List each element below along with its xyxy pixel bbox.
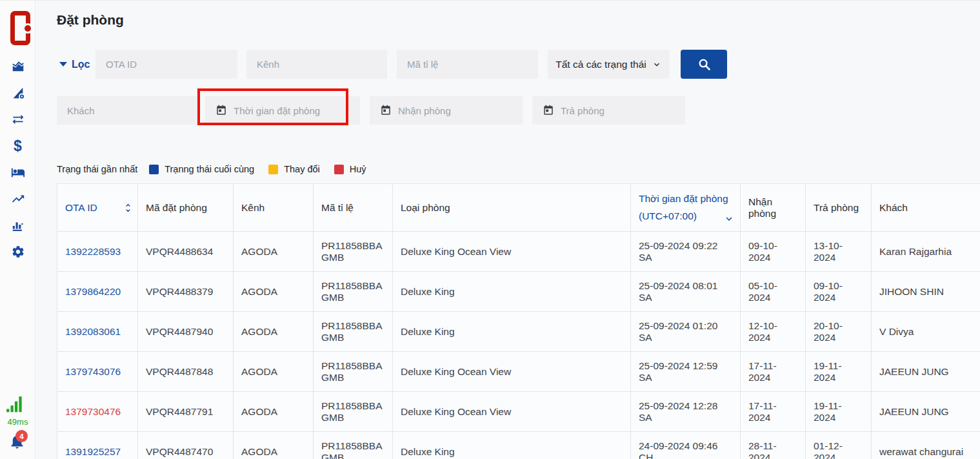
cell-channel: AGODA [234,352,314,392]
column-label: Trả phòng [814,202,859,213]
sidebar-item-finance[interactable]: $ [11,139,25,153]
guest-input[interactable]: Khách [57,96,199,125]
column-label: Loại phòng [401,202,450,213]
rate-code-input[interactable]: Mã tỉ lệ [397,50,538,79]
cell-channel: AGODA [234,432,314,459]
bar-chart-icon [11,218,25,232]
channel-input[interactable]: Kênh [246,50,387,79]
ota-id-link[interactable]: 1392083061 [65,326,121,337]
column-header-guest: Khách [872,184,980,232]
column-header-booked_at[interactable]: Thời gian đặt phòng(UTC+07:00) [631,184,741,232]
cell-guest: JAEEUN JUNG [872,352,980,392]
cell-ota_id: 1379743076 [57,352,138,392]
column-label: Thời gian đặt phòng [639,193,728,204]
booking-time-filter[interactable]: Thời gian đặt phòng [205,96,360,125]
rate-settings-icon [11,86,25,100]
sidebar-item-rooms[interactable] [11,165,25,179]
cell-check_out: 20-10-2024 [806,312,872,352]
legend-swatch-change [268,165,278,174]
area-chart-icon [11,59,25,74]
cell-check_in: 17-11-2024 [741,392,806,432]
ota-id-link[interactable]: 1379864220 [65,286,121,297]
cell-booking_code: VPQR4487470 [138,432,234,459]
cell-guest: JAEEUN JUNG [872,392,980,432]
cell-booked_at: 25-09-2024 08:01 SA [631,272,741,312]
cell-rate_code: PR11858BBAGMB [314,312,393,352]
cell-booking_code: VPQR4488379 [138,272,234,312]
sidebar-item-trends[interactable] [11,192,25,206]
ota-id-link[interactable]: 1391925257 [65,446,121,457]
search-icon [697,57,712,72]
cell-room_type: Deluxe King Ocean View [393,352,631,392]
cell-booked_at: 25-09-2024 12:28 SA [631,392,741,432]
booking-time-placeholder: Thời gian đặt phòng [234,105,320,116]
calendar-icon [543,105,554,116]
sidebar-item-settings[interactable] [11,245,25,259]
cell-rate_code: PR11858BBAGMB [314,392,393,432]
column-label: Kênh [241,202,265,213]
cell-check_out: 01-12-2024 [806,432,872,459]
table-row: 1392083061VPQR4487940AGODAPR11858BBAGMBD… [57,312,980,352]
column-label-line2: (UTC+07:00) [639,210,732,222]
column-label: Mã tỉ lệ [321,202,354,213]
checkout-filter[interactable]: Trả phòng [532,96,685,125]
cell-ota_id: 1379730476 [57,392,138,432]
sort-unfold-icon [123,202,134,213]
ota-id-link[interactable]: 1379730476 [65,406,121,417]
cell-check_in: 17-11-2024 [741,352,806,392]
legend-item-final: Trạnng thái cuối cùng [149,164,254,174]
cell-rate_code: PR11858BBAGMB [314,232,393,272]
cell-ota_id: 1392083061 [57,312,138,352]
checkin-filter[interactable]: Nhận phòng [370,96,523,125]
cell-channel: AGODA [234,312,314,352]
cell-booked_at: 25-09-2024 01:20 SA [631,312,741,352]
sidebar: $ [0,1,35,459]
cell-guest: V Divya [872,312,980,352]
app-logo-door-icon[interactable] [10,11,30,45]
cell-room_type: Deluxe King Ocean View [393,232,631,272]
search-button[interactable] [681,50,727,79]
cell-guest: Karan Rajgarhia [872,232,980,272]
cell-rate_code: PR11858BBAGMB [314,272,393,312]
legend-item-change: Thay đổi [268,164,320,174]
sidebar-item-dashboard[interactable] [11,59,25,74]
filter-toggle[interactable]: Lọc [59,50,90,79]
legend-label-change: Thay đổi [284,164,320,174]
table-row: 1379743076VPQR4487848AGODAPR11858BBAGMBD… [57,352,980,392]
network-signal-icon [6,395,25,416]
ota-id-placeholder: OTA ID [106,59,137,70]
sidebar-item-rate-settings[interactable] [11,86,25,100]
gear-icon [11,245,25,259]
cell-check_out: 13-10-2024 [806,232,872,272]
column-header-ota_id[interactable]: OTA ID [57,184,138,232]
legend-title: Trạng thái gần nhất [57,164,137,174]
cell-check_out: 19-11-2024 [806,352,872,392]
ota-id-link[interactable]: 1379743076 [65,366,121,377]
status-dropdown[interactable]: Tất cả các trạng thái [548,50,670,79]
sidebar-item-transfers[interactable] [11,112,25,127]
calendar-icon [215,105,227,116]
status-dropdown-value: Tất cả các trạng thái [555,59,646,70]
bed-icon [11,165,25,179]
guest-placeholder: Khách [67,105,95,116]
legend-swatch-cancel [334,165,344,174]
cell-room_type: Deluxe King [393,432,631,459]
column-label: Mã đặt phòng [146,202,207,213]
column-label: Khách [879,202,908,213]
cell-rate_code: PR11858BBAGMB [314,432,393,459]
cell-rate_code: PR11858BBAGMB [314,352,393,392]
cell-check_in: 12-10-2024 [741,312,806,352]
cell-check_in: 05-10-2024 [741,272,806,312]
channel-placeholder: Kênh [257,59,279,70]
notifications-bell[interactable]: 4 [8,433,30,454]
cell-ota_id: 1391925257 [57,432,138,459]
dollar-icon: $ [14,139,22,153]
transfer-arrows-icon [11,112,25,127]
ota-id-link[interactable]: 1392228593 [65,246,121,257]
cell-ota_id: 1379864220 [57,272,138,312]
notification-badge: 4 [15,430,28,442]
cell-check_out: 19-11-2024 [806,392,872,432]
column-label: Nhận phòng [748,196,776,219]
sidebar-item-reports[interactable] [11,218,25,232]
ota-id-input[interactable]: OTA ID [95,50,237,79]
